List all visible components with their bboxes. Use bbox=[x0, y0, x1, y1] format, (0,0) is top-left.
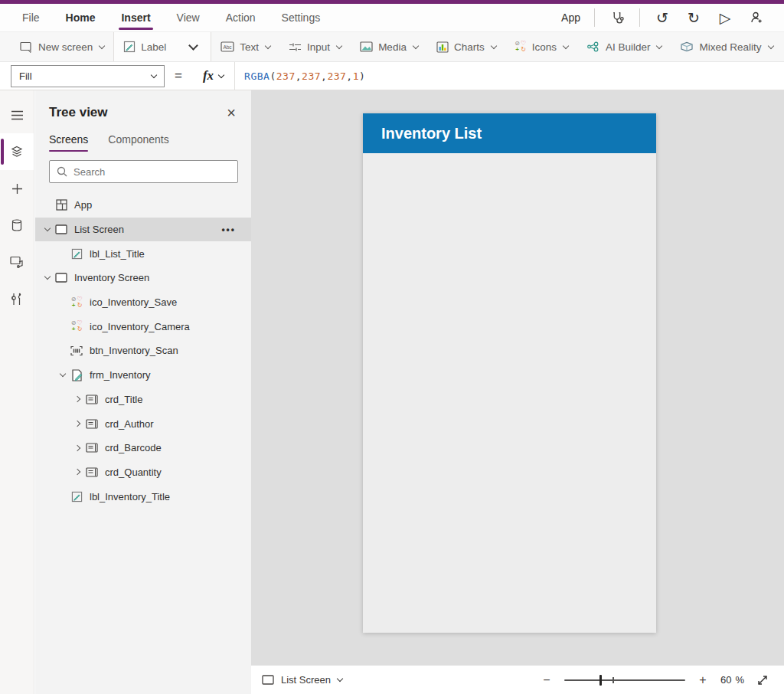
icons-dropdown[interactable]: ⊘♡+↻ Icons bbox=[505, 32, 577, 61]
redo-icon[interactable]: ↻ bbox=[684, 8, 703, 27]
zoom-percentage: 60 % bbox=[720, 674, 744, 686]
chevron-right-icon[interactable] bbox=[71, 470, 85, 474]
data-sources-rail-icon[interactable] bbox=[0, 207, 34, 244]
menu-view[interactable]: View bbox=[176, 5, 201, 31]
menu-action[interactable]: Action bbox=[225, 5, 256, 31]
form-icon bbox=[70, 369, 83, 381]
chevron-down-icon[interactable] bbox=[41, 228, 54, 231]
input-dropdown[interactable]: Input bbox=[279, 32, 351, 61]
tree-item-crd-quantity[interactable]: crd_Quantity bbox=[35, 460, 251, 485]
tree-item-ico-inventory-save[interactable]: ⊘♡+↻ ico_Inventory_Save bbox=[35, 290, 251, 315]
undo-icon[interactable]: ↺ bbox=[653, 8, 671, 27]
chevron-down-icon[interactable] bbox=[41, 277, 54, 279]
new-screen-button[interactable]: New screen bbox=[0, 32, 113, 61]
chevron-right-icon[interactable] bbox=[71, 397, 85, 401]
barcode-scan-icon bbox=[70, 345, 83, 357]
formula-token: , bbox=[346, 70, 352, 82]
icons-label: Icons bbox=[532, 41, 557, 53]
chevron-down-icon bbox=[336, 42, 342, 48]
mixed-reality-dropdown[interactable]: Mixed Reality bbox=[671, 32, 782, 61]
formula-token: 237 bbox=[327, 70, 346, 82]
app-menu[interactable]: App bbox=[560, 5, 581, 31]
property-select[interactable]: Fill bbox=[11, 65, 165, 87]
icons-grid-icon: ⊘♡+↻ bbox=[70, 296, 83, 309]
zoom-slider-handle[interactable] bbox=[599, 675, 603, 686]
menubar: File Home Insert View Action Settings Ap… bbox=[0, 4, 784, 32]
app-checker-icon[interactable] bbox=[608, 8, 626, 27]
tree-item-frm-inventory[interactable]: frm_Inventory bbox=[35, 363, 251, 388]
close-icon[interactable]: × bbox=[222, 103, 240, 122]
tree-item-btn-inventory-scan[interactable]: btn_Inventory_Scan bbox=[35, 339, 251, 363]
hamburger-menu-icon[interactable] bbox=[0, 97, 34, 133]
chevron-right-icon[interactable] bbox=[71, 446, 85, 450]
tree-item-label: frm_Inventory bbox=[90, 369, 150, 381]
zoom-unit: % bbox=[735, 674, 744, 686]
text-label: Text bbox=[240, 41, 259, 53]
chevron-down-icon bbox=[656, 42, 662, 48]
media-dropdown[interactable]: Media bbox=[351, 32, 427, 61]
advanced-tools-rail-icon[interactable] bbox=[0, 280, 34, 317]
tree-item-ico-inventory-camera[interactable]: ⊘♡+↻ ico_Inventory_Camera bbox=[35, 314, 251, 339]
chevron-down-icon bbox=[99, 42, 105, 48]
tree-item-crd-author[interactable]: crd_Author bbox=[35, 411, 251, 436]
card-icon bbox=[85, 442, 99, 454]
charts-bar-icon bbox=[436, 41, 449, 53]
fit-to-window-icon[interactable] bbox=[756, 674, 769, 686]
tree-item-label: crd_Title bbox=[105, 394, 142, 405]
formula-input[interactable]: RGBA(237,237,237,1) bbox=[235, 70, 365, 82]
search-input[interactable] bbox=[74, 166, 230, 178]
chevron-down-icon[interactable] bbox=[56, 374, 70, 376]
tree-item-app[interactable]: App bbox=[35, 193, 251, 218]
tree-view-panel: Tree view × Screens Components App bbox=[35, 90, 251, 694]
tree-item-label: List Screen bbox=[74, 224, 124, 235]
menu-home[interactable]: Home bbox=[65, 5, 96, 31]
tree-item-lbl-list-title[interactable]: lbl_List_Title bbox=[35, 241, 251, 266]
menu-settings[interactable]: Settings bbox=[281, 5, 322, 31]
insert-plus-rail-icon[interactable] bbox=[0, 170, 34, 207]
app-screen-preview[interactable]: Inventory List bbox=[363, 113, 656, 633]
screen-icon bbox=[54, 224, 68, 236]
screen-icon bbox=[262, 675, 274, 685]
chevron-down-icon bbox=[413, 42, 419, 48]
menu-file[interactable]: File bbox=[21, 5, 41, 31]
charts-dropdown[interactable]: Charts bbox=[427, 32, 505, 61]
tree-view-header: Tree view × bbox=[35, 90, 251, 122]
icons-grid-icon: ⊘♡+↻ bbox=[70, 320, 83, 332]
text-dropdown[interactable]: Abc Text bbox=[211, 32, 279, 61]
tree-view-rail-icon[interactable] bbox=[0, 133, 34, 170]
screen-title-bar[interactable]: Inventory List bbox=[363, 113, 656, 153]
zoom-value: 60 bbox=[720, 674, 731, 686]
zoom-controls: − + 60 % bbox=[541, 673, 769, 687]
tree-item-label: lbl_List_Title bbox=[90, 248, 145, 260]
tree-item-list-screen[interactable]: List Screen ••• bbox=[35, 218, 251, 242]
tab-components[interactable]: Components bbox=[108, 133, 168, 152]
zoom-slider[interactable] bbox=[564, 675, 685, 686]
play-preview-icon[interactable]: ▷ bbox=[716, 8, 734, 27]
input-label: Input bbox=[307, 41, 330, 53]
tab-screens[interactable]: Screens bbox=[49, 133, 88, 152]
tree-item-inventory-screen[interactable]: Inventory Screen bbox=[35, 266, 251, 290]
svg-text:Abc: Abc bbox=[224, 44, 233, 50]
zoom-out-button[interactable]: − bbox=[541, 673, 552, 687]
expand-gallery-chevron[interactable] bbox=[175, 32, 211, 61]
tree-item-lbl-inventory-title[interactable]: lbl_Inventory_Title bbox=[35, 484, 251, 509]
more-options-icon[interactable]: ••• bbox=[221, 224, 236, 235]
menu-insert[interactable]: Insert bbox=[120, 5, 151, 31]
tree-item-crd-barcode[interactable]: crd_Barcode bbox=[35, 436, 251, 460]
share-user-icon[interactable] bbox=[747, 8, 766, 27]
fx-button[interactable]: fx bbox=[192, 62, 235, 90]
equals-sign: = bbox=[175, 68, 182, 83]
formula-bar: Fill = fx RGBA(237,237,237,1) bbox=[0, 61, 784, 90]
menu-items: File Home Insert View Action Settings bbox=[0, 5, 321, 31]
chevron-right-icon[interactable] bbox=[71, 421, 85, 426]
zoom-100-marker bbox=[610, 677, 616, 683]
label-button[interactable]: Label bbox=[114, 32, 175, 61]
tree-item-crd-title[interactable]: crd_Title bbox=[35, 388, 251, 412]
screen-selector[interactable]: List Screen bbox=[262, 674, 342, 686]
formula-token: ) bbox=[359, 70, 365, 82]
property-select-value: Fill bbox=[19, 70, 32, 82]
zoom-in-button[interactable]: + bbox=[697, 673, 708, 687]
ai-builder-dropdown[interactable]: AI Builder bbox=[577, 32, 671, 61]
design-canvas[interactable]: Inventory List bbox=[251, 90, 784, 665]
media-rail-icon[interactable] bbox=[0, 244, 34, 280]
